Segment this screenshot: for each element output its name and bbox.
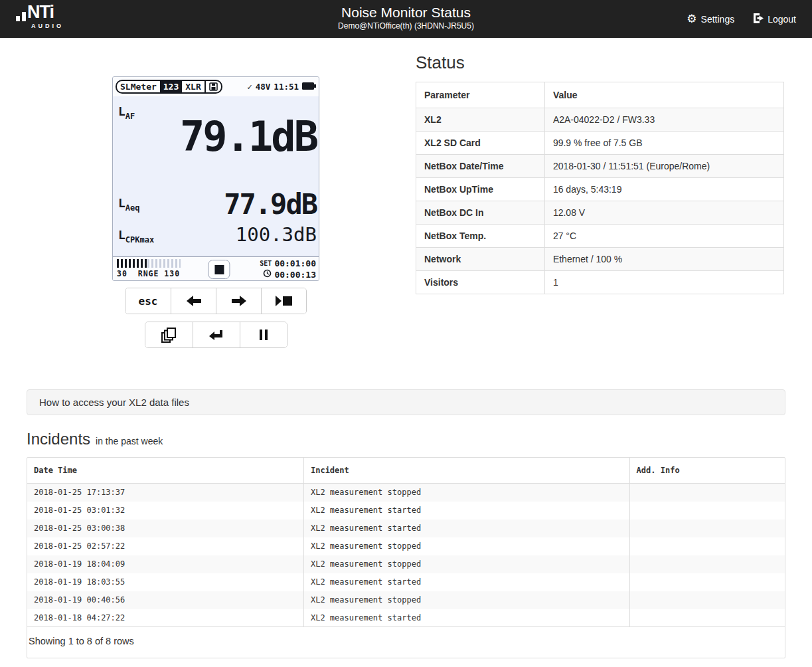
pause-button[interactable] <box>240 322 287 347</box>
page-button[interactable] <box>145 322 193 347</box>
table-row: XL2 SD Card99.9 % free of 7.5 GB <box>416 132 784 155</box>
screen-clock: 11:51 <box>274 82 299 92</box>
arrow-left-button[interactable] <box>171 288 216 314</box>
incidents-table-container: Date TimeIncidentAdd. Info 2018-01-25 17… <box>27 457 785 658</box>
level-meter-rest <box>147 259 181 268</box>
status-section: Status ParameterValue XL2A2A-04022-D2 / … <box>405 38 812 348</box>
table-row: 2018-01-19 00:40:56XL2 measurement stopp… <box>27 591 785 609</box>
column-header: Parameter <box>416 82 545 108</box>
screen-menu-bar: SLMeter 123 XLR <box>116 80 222 94</box>
logout-icon <box>753 13 764 25</box>
enter-button[interactable] <box>193 322 240 347</box>
table-row: 2018-01-25 02:57:22XL2 measurement stopp… <box>27 537 785 555</box>
gear-icon: ⚙ <box>687 13 696 25</box>
screen-input-label: XLR <box>182 81 205 92</box>
screen-profile-label: 123 <box>160 81 182 92</box>
incidents-heading: Incidents <box>27 430 90 448</box>
level-meter-fill <box>117 259 147 268</box>
reading-label-laeq: LAeq <box>118 196 140 213</box>
save-icon <box>206 81 221 92</box>
reading-label-lcpkmax: LCPKmax <box>118 228 154 244</box>
access-panel-label: How to access your XL2 data files <box>39 397 189 408</box>
incidents-table-header: Date TimeIncidentAdd. Info <box>27 458 785 484</box>
settings-label: Settings <box>701 14 735 25</box>
device-button-row-1: esc <box>125 288 307 314</box>
phantom-check-icon: ✓ <box>247 82 252 92</box>
battery-icon <box>302 82 316 92</box>
logout-link[interactable]: Logout <box>753 13 796 25</box>
enter-icon <box>209 330 224 341</box>
column-header: Add. Info <box>629 458 785 484</box>
table-row: Visitors1 <box>416 271 784 294</box>
level-meter: 30 RNGE 130 <box>117 259 181 278</box>
incidents-subheading: in the past week <box>96 436 163 446</box>
table-row: 2018-01-19 18:03:55XL2 measurement start… <box>27 573 785 591</box>
set-time: 00:01:00 <box>274 258 316 269</box>
status-table-header: ParameterValue <box>416 82 784 108</box>
status-table: ParameterValue XL2A2A-04022-D2 / FW3.33X… <box>416 82 784 294</box>
arrow-right-icon <box>232 296 246 306</box>
pause-icon <box>260 330 268 340</box>
incidents-table: Date TimeIncidentAdd. Info 2018-01-25 17… <box>27 458 785 627</box>
play-stop-icon <box>276 296 293 306</box>
table-row: NetBox Date/Time2018-01-30 / 11:51:51 (E… <box>416 155 784 178</box>
table-row: NetBox Temp.27 °C <box>416 225 784 248</box>
table-row: XL2A2A-04022-D2 / FW3.33 <box>416 108 784 132</box>
table-row: 2018-01-19 18:04:09XL2 measurement stopp… <box>27 555 785 573</box>
column-header: Value <box>544 82 783 108</box>
table-row: 2018-01-18 04:27:22XL2 measurement start… <box>27 609 785 627</box>
phantom-voltage: 48V <box>256 82 271 92</box>
table-row: NetworkEthernet / 100 % <box>416 248 784 271</box>
screen-function-label: SLMeter <box>117 81 160 92</box>
table-row: NetBox DC In12.08 V <box>416 201 784 225</box>
incidents-section: Incidents in the past week Date TimeInci… <box>27 430 785 658</box>
elapsed-timer-icon <box>263 269 272 280</box>
record-stop-indicator <box>208 260 230 279</box>
settings-link[interactable]: ⚙ Settings <box>687 13 734 25</box>
elapsed-time: 00:00:13 <box>274 270 316 280</box>
pagination-info: Showing 1 to 8 of 8 rows <box>27 627 785 658</box>
column-header: Incident <box>303 458 629 484</box>
reading-label-laf: LAF <box>118 104 135 121</box>
set-label: SET <box>260 258 272 269</box>
device-panel: SLMeter 123 XLR ✓ 48V 11:51 LAF <box>27 38 405 348</box>
reading-value-laf: 79.1dB <box>180 116 317 157</box>
pages-icon <box>161 328 177 343</box>
arrow-left-icon <box>187 296 201 306</box>
status-heading: Status <box>416 52 784 73</box>
logout-label: Logout <box>768 14 796 25</box>
arrow-right-button[interactable] <box>216 288 261 314</box>
table-row: 2018-01-25 03:01:32XL2 measurement start… <box>27 502 785 520</box>
reading-value-lcpkmax: 100.3dB <box>236 225 317 244</box>
device-button-row-2 <box>145 322 287 348</box>
xl2-screen: SLMeter 123 XLR ✓ 48V 11:51 LAF <box>112 76 319 281</box>
table-row: 2018-01-25 17:13:37XL2 measurement stopp… <box>27 484 785 502</box>
table-row: 2018-01-25 03:00:38XL2 measurement start… <box>27 520 785 537</box>
reading-value-laeq: 77.9dB <box>224 191 317 219</box>
table-row: NetBox UpTime16 days, 5:43:19 <box>416 178 784 201</box>
column-header: Date Time <box>27 458 303 484</box>
start-stop-button[interactable] <box>261 288 306 314</box>
access-data-files-panel[interactable]: How to access your XL2 data files <box>27 389 785 415</box>
header-bar: NTi AUDIO Noise Monitor Status Demo@NTiO… <box>0 0 812 38</box>
esc-button[interactable]: esc <box>125 288 171 314</box>
